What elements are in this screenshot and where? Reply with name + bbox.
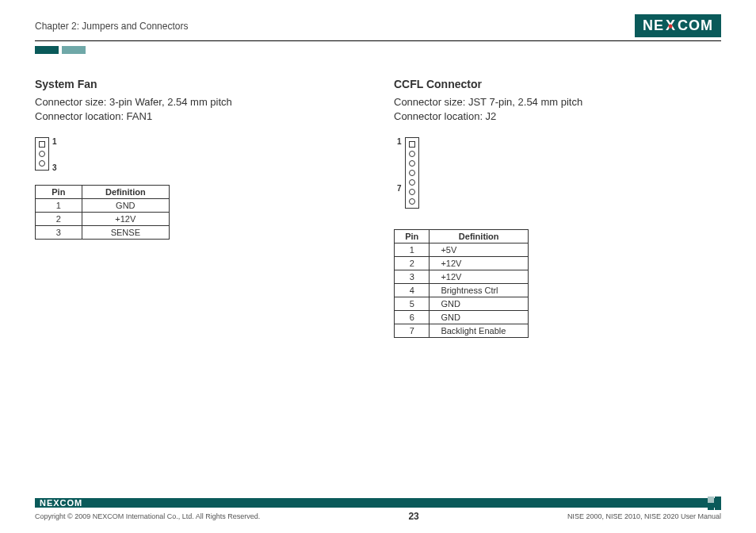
table-row: 3SENSE <box>36 226 170 240</box>
footer-logo: NEXCOM <box>35 498 82 508</box>
chapter-title: Chapter 2: Jumpers and Connectors <box>35 21 188 32</box>
footer-squares-icon <box>708 497 721 510</box>
ccfl-th-def: Definition <box>430 230 529 243</box>
fan-th-pin: Pin <box>36 186 82 199</box>
ccfl-pin-5-icon <box>409 179 415 186</box>
copyright-text: Copyright © 2009 NEXCOM International Co… <box>35 512 260 520</box>
ccfl-pin-4-icon <box>409 170 415 176</box>
table-row: 2+12V <box>36 213 170 226</box>
fan-pin-label-3: 3 <box>52 163 57 172</box>
nexcom-logo: NE X COM <box>635 14 721 37</box>
manual-title: NISE 2000, NISE 2010, NISE 2020 User Man… <box>567 512 721 520</box>
logo-text-left: NE <box>643 17 664 34</box>
table-row: 6GND <box>395 311 529 324</box>
ccfl-th-pin: Pin <box>395 230 430 243</box>
page-header: Chapter 2: Jumpers and Connectors NE X C… <box>35 14 721 41</box>
logo-text-right: COM <box>678 17 713 34</box>
ccfl-pin-6-icon <box>409 189 415 195</box>
fan-pin-label-1: 1 <box>52 137 57 146</box>
logo-text-x: X <box>664 17 678 34</box>
fan-pin-1-icon <box>39 141 45 148</box>
page-footer: NEXCOM Copyright © 2009 NEXCOM Internati… <box>35 498 721 522</box>
system-fan-title: System Fan <box>35 78 362 90</box>
ccfl-location: Connector location: J2 <box>394 109 721 124</box>
table-row: 7Backlight Enable <box>395 324 529 338</box>
ccfl-section: CCFL Connector Connector size: JST 7-pin… <box>394 78 721 338</box>
ccfl-pin-2-icon <box>409 151 415 157</box>
ccfl-pin-label-1: 1 <box>397 137 402 146</box>
table-row: 2+12V <box>395 257 529 270</box>
fan-pin-3-icon <box>39 160 45 167</box>
ccfl-size: Connector size: JST 7-pin, 2.54 mm pitch <box>394 95 721 109</box>
page-number: 23 <box>408 511 418 522</box>
ccfl-pin-label-7: 7 <box>397 184 402 193</box>
system-fan-table: Pin Definition 1GND 2+12V 3SENSE <box>35 185 170 240</box>
fan-th-def: Definition <box>82 186 169 199</box>
ccfl-title: CCFL Connector <box>394 78 721 90</box>
table-row: 4Brightness Ctrl <box>395 284 529 297</box>
system-fan-diagram: 1 3 <box>35 137 362 182</box>
fan-pin-2-icon <box>39 151 45 157</box>
system-fan-size: Connector size: 3-pin Wafer, 2.54 mm pit… <box>35 95 362 109</box>
ccfl-pin-1-icon <box>409 141 415 148</box>
ccfl-table: Pin Definition 1+5V 2+12V 3+12V 4Brightn… <box>394 229 529 338</box>
ccfl-pin-7-icon <box>409 198 415 205</box>
table-row: 5GND <box>395 297 529 311</box>
header-stripe <box>35 46 721 54</box>
system-fan-section: System Fan Connector size: 3-pin Wafer, … <box>35 78 362 338</box>
ccfl-pin-3-icon <box>409 160 415 167</box>
table-row: 1GND <box>36 199 170 213</box>
table-row: 1+5V <box>395 243 529 257</box>
table-row: 3+12V <box>395 270 529 284</box>
system-fan-location: Connector location: FAN1 <box>35 109 362 124</box>
ccfl-diagram: 1 7 <box>394 137 721 220</box>
